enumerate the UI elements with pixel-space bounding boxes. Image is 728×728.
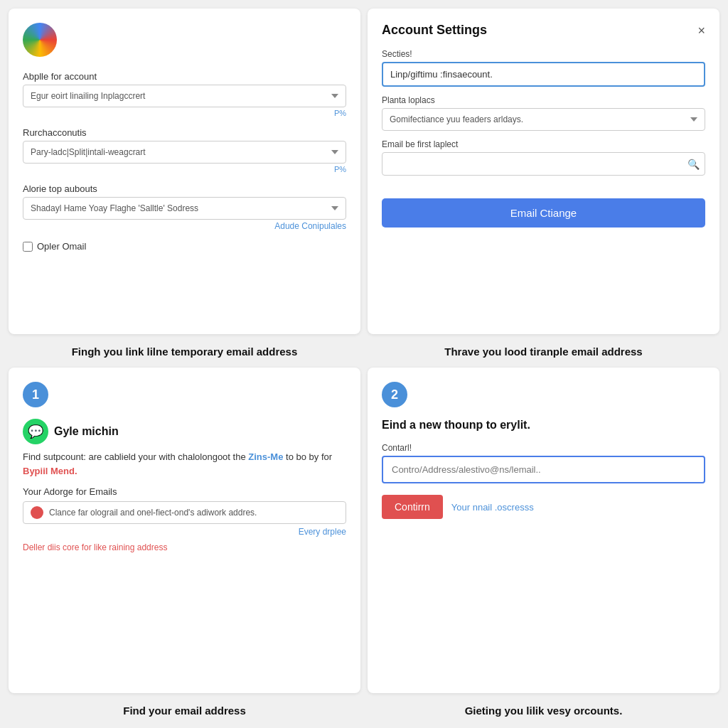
desc-text: Find sutpcount: are cablield your with c… [23,450,346,478]
search-input[interactable] [382,152,705,176]
modal-title: Account Settings [382,23,487,38]
field1-modal-label: Secties! [382,49,705,59]
caption-top-right: Thrave you lood tiranple email address [368,341,719,360]
search-icon: 🔍 [687,159,700,170]
sub-label: Your Adorge for Emails [23,486,346,497]
bottom-left-card: 1 💬 Gyle michin Find sutpcount: are cabl… [9,368,360,693]
field2-group: Rurchacconutis Pary-ladc|Split|intali-we… [23,127,346,173]
field1-modal-input[interactable] [382,62,705,87]
new-email-title: Eind a new thounp to erylit. [382,419,705,432]
email-dot-icon [31,506,43,519]
field1-hint: P% [23,109,346,117]
app-icon: 💬 [23,419,48,444]
logo-icon [23,23,57,57]
every-link[interactable]: Every drplee [23,527,346,537]
search-icon-button[interactable]: 🔍 [687,159,700,170]
field1-select[interactable]: Egur eoirt linailing Inplagccrert [23,85,346,107]
top-right-card: Account Settings × Secties! Planta lopla… [368,9,719,334]
checkbox-label: Opler Omail [37,241,86,252]
modal-header: Account Settings × [382,23,705,38]
field2-label: Rurchacconutis [23,127,346,138]
caption-top-left: Fingh you link lilne temporary email add… [9,341,360,360]
field3-label: Alorie top aubouts [23,183,346,194]
contact-input[interactable] [382,456,705,483]
field2-select[interactable]: Pary-ladc|Split|intali-weagcrart [23,141,346,164]
caption-row-bottom: Find your email address Gieting you lili… [9,700,719,719]
add-link[interactable]: Adude Conipulales [23,221,346,231]
field1-group: Abplle for account Egur eoirt linailing … [23,71,346,117]
chat-icon: 💬 [28,424,43,439]
opler-checkbox[interactable] [23,242,33,252]
email-input-text: Clance far olograil and onel-fiect-ond's… [49,508,338,518]
email-change-button[interactable]: Email Ctiange [382,198,705,228]
top-left-card: Abplle for account Egur eoirt linailing … [9,9,360,334]
checkbox-row: Opler Omail [23,241,346,252]
bottom-right-card: 2 Eind a new thounp to erylit. Contarl! … [368,368,719,693]
field3-group: Alorie top aubouts Shadayl Hame Yoay Fla… [23,183,346,231]
field2-hint: P% [23,165,346,173]
caption-bottom-right: Gieting you lilik vesy orcounts. [368,700,719,719]
field2-modal-select[interactable]: Gomifectiance yuu feaders arldays. [382,108,705,131]
app-icon-row: 💬 Gyle michin [23,419,346,444]
warning-text: Deller diis core for like raining addres… [23,542,346,552]
field3-select[interactable]: Shadayl Hame Yoay Flaghe 'Salltle' Sodre… [23,197,346,220]
caption-bottom-left: Find your email address [9,700,360,719]
close-button[interactable]: × [697,24,705,37]
caption-row-top: Fingh you link lilne temporary email add… [9,341,719,360]
search-wrapper: 🔍 [382,152,705,176]
email-address-text: Your nnail .oscresss [451,502,534,513]
confirm-button[interactable]: Contirrn [382,495,443,519]
field2-modal-label: Planta loplacs [382,95,705,105]
app-name: Gyle michin [54,425,119,438]
contact-label: Contarl! [382,443,705,453]
step1-circle: 1 [23,382,48,407]
link2[interactable]: Bypiil Mend. [23,466,77,476]
field1-label: Abplle for account [23,71,346,82]
field3-modal-label: Email be first laplect [382,139,705,149]
step2-circle: 2 [382,382,407,407]
link1[interactable]: Zins-Me [248,451,283,462]
confirm-row: Contirrn Your nnail .oscresss [382,495,705,519]
email-input-row: Clance far olograil and onel-fiect-ond's… [23,501,346,524]
